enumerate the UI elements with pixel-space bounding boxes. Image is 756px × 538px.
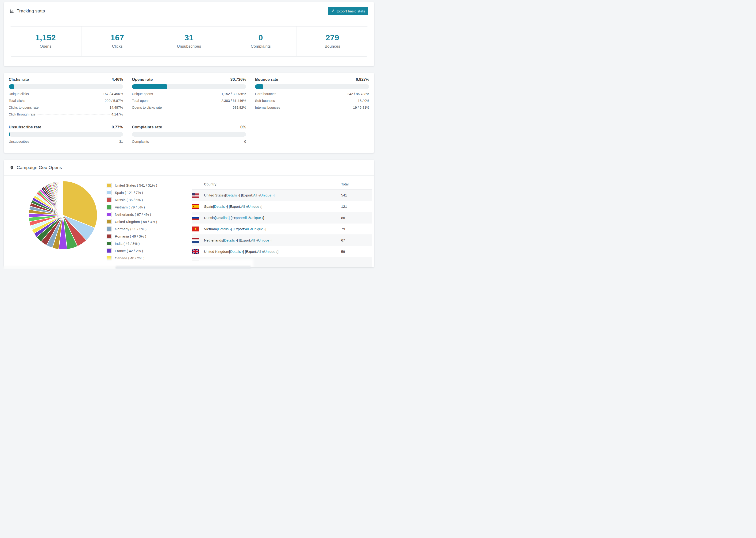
export-all-link[interactable]: All › [251, 238, 257, 242]
table-row-netherlands: Netherlands [Details ›] [Export: All › /… [192, 235, 372, 246]
summary-label: Bounces [297, 44, 368, 49]
stat-value: 31 [119, 140, 123, 143]
stat-row: Hard bounces242 / 86.738% [255, 92, 369, 99]
stat-row: Opens to clicks rate689.82% [132, 106, 246, 112]
legend-item-india[interactable]: India ( 46 / 3% ) [107, 240, 182, 247]
stat-value: 2,303 / 61.446% [221, 99, 246, 103]
rate-title: Clicks rate [9, 77, 29, 82]
pie-legend: United States ( 541 / 31% )Spain ( 121 /… [107, 182, 182, 267]
summary-value: 0 [225, 33, 296, 42]
details-link[interactable]: Details › [218, 227, 231, 231]
stat-label: Unique opens [132, 92, 153, 96]
rates-card: Clicks rate4.46%Unique clicks167 / 4.456… [4, 73, 374, 153]
rate-section-bounce-rate: Bounce rate6.927%Hard bounces242 / 86.73… [255, 77, 369, 119]
geo-pie-chart [8, 176, 107, 250]
legend-item-spain[interactable]: Spain ( 121 / 7% ) [107, 189, 182, 196]
rate-value: 30.736% [230, 77, 246, 82]
rate-section-complaints-rate: Complaints rate0%Complaints0 [132, 125, 246, 146]
legend-swatch [107, 212, 111, 217]
map-pin-icon [10, 166, 14, 170]
stat-row: Internal bounces19 / 6.81% [255, 106, 369, 112]
country-name: Netherlands [204, 238, 223, 242]
details-link[interactable]: Details › [230, 249, 243, 253]
legend-label: United Kingdom ( 59 / 3% ) [115, 220, 157, 224]
stat-label: Total opens [132, 99, 149, 103]
bracket: ] [261, 204, 262, 208]
legend-label: Vietnam ( 79 / 5% ) [115, 205, 145, 209]
export-all-link[interactable]: All › [243, 216, 249, 220]
progress-bar [132, 132, 246, 136]
summary-strip: 1,152Opens167Clicks31Unsubscribes0Compla… [10, 26, 368, 57]
export-button-label: Export basic stats [337, 9, 365, 13]
legend-swatch [107, 227, 111, 231]
legend-label: Germany ( 55 / 3% ) [115, 227, 146, 231]
country-name: United States [204, 193, 225, 197]
export-unique-link[interactable]: Unique › [258, 238, 271, 242]
export-basic-stats-button[interactable]: Export basic stats [328, 7, 368, 15]
stat-value: 167 / 4.456% [103, 92, 123, 96]
total-cell: 541 [341, 193, 372, 197]
legend-item-canada[interactable]: Canada ( 40 / 2% ) [107, 254, 182, 262]
stat-label: Total clicks [9, 99, 25, 103]
export-unique-link[interactable]: Unique › [252, 227, 265, 231]
total-cell: 67 [341, 238, 372, 242]
legend-label: Russia ( 86 / 5% ) [115, 198, 143, 202]
export-unique-link[interactable]: Unique › [264, 249, 278, 253]
export-prefix: ] [Export: [237, 238, 251, 242]
summary-value: 1,152 [10, 33, 81, 42]
flag-es [192, 204, 199, 209]
details-link[interactable]: Details › [226, 193, 239, 197]
stat-value: 0 [244, 140, 246, 143]
rate-value: 6.927% [356, 77, 369, 82]
legend-label: France ( 42 / 2% ) [115, 249, 143, 253]
legend-label: Netherlands ( 67 / 4% ) [115, 212, 151, 216]
legend-swatch [107, 241, 111, 246]
legend-item-vietnam[interactable]: Vietnam ( 79 / 5% ) [107, 203, 182, 211]
rate-title: Bounce rate [255, 77, 278, 82]
export-all-link[interactable]: All › [245, 227, 251, 231]
details-link[interactable]: Details › [224, 238, 237, 242]
country-cell: Vietnam [Details ›] [Export: All › / Uni… [192, 227, 341, 232]
export-all-link[interactable]: All › [253, 193, 259, 197]
page-title: Tracking stats [17, 9, 45, 14]
rate-section-clicks-rate: Clicks rate4.46%Unique clicks167 / 4.456… [9, 77, 123, 119]
legend-swatch [107, 219, 111, 224]
legend-item-united-kingdom[interactable]: United Kingdom ( 59 / 3% ) [107, 218, 182, 225]
details-link[interactable]: Details › [216, 216, 229, 220]
flag-nl [192, 238, 199, 243]
tracking-stats-header: Tracking stats Export basic stats [4, 2, 374, 20]
total-cell: 86 [341, 216, 372, 220]
country-cell: Russia [Details ›] [Export: All › / Uniq… [192, 215, 341, 220]
rate-rows: Unsubscribes31 [9, 140, 123, 146]
progress-bar [9, 132, 123, 136]
details-link[interactable]: Details › [214, 204, 227, 208]
stat-value: 1,152 / 30.736% [221, 92, 246, 96]
country-name: Vietnam [204, 227, 217, 231]
legend-item-netherlands[interactable]: Netherlands ( 67 / 4% ) [107, 211, 182, 218]
stat-row: Total clicks220 / 5.87% [9, 99, 123, 106]
rate-value: 4.46% [112, 77, 123, 82]
dotted-leader [150, 142, 243, 142]
export-prefix: ] [Export: [231, 227, 245, 231]
rate-header: Clicks rate4.46% [9, 77, 123, 82]
legend-item-germany[interactable]: Germany ( 55 / 3% ) [107, 225, 182, 233]
legend-item-romania[interactable]: Romania ( 49 / 3% ) [107, 233, 182, 240]
summary-box-opens: 1,152Opens [10, 27, 81, 56]
export-prefix: ] [Export: [227, 204, 241, 208]
rate-value: 0.77% [112, 125, 123, 130]
legend-item-france[interactable]: France ( 42 / 2% ) [107, 247, 182, 254]
stat-row: Total opens2,303 / 61.446% [132, 99, 246, 106]
legend-item-united-states[interactable]: United States ( 541 / 31% ) [107, 182, 182, 189]
export-unique-link[interactable]: Unique › [250, 216, 263, 220]
flag-gb [192, 249, 199, 254]
legend-swatch [107, 256, 111, 260]
export-all-link[interactable]: All › [257, 249, 263, 253]
legend-item-russia[interactable]: Russia ( 86 / 5% ) [107, 196, 182, 203]
total-cell: 79 [341, 227, 372, 231]
export-all-link[interactable]: All › [241, 204, 247, 208]
export-unique-link[interactable]: Unique › [260, 193, 274, 197]
progress-bar-fill [9, 84, 14, 89]
export-prefix: ] [Export: [229, 216, 243, 220]
table-row-spain: Spain [Details ›] [Export: All › / Uniqu… [192, 201, 372, 212]
export-unique-link[interactable]: Unique › [248, 204, 261, 208]
